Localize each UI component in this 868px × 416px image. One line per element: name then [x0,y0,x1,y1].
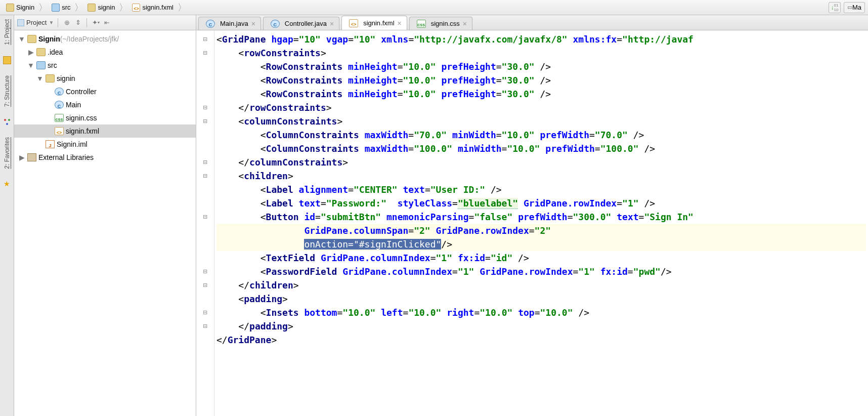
tree-label: Main [66,101,81,109]
tree-row[interactable]: csssignin.css [14,111,196,124]
tree-row[interactable]: <>signin.fxml [14,124,196,138]
chevron-down-icon: ▼ [49,20,54,25]
code-line: <TextField GridPane.columnIndex="1" fx:i… [216,251,866,265]
structure-rail-icon [3,118,11,126]
project-tree[interactable]: ▼Signin (~/IdeaProjects/jfk/▶.idea▼src▼s… [14,30,196,416]
tree-label: signin.css [66,114,97,122]
maximize-button[interactable]: ▭ Ma [844,2,865,13]
editor-gutter[interactable]: ⊟⊟⊟⊟⊟⊟⊟⊟⊟⊟⊟ [196,30,214,416]
tree-row[interactable]: CController [14,85,196,98]
tab-label: signin.fxml [363,19,394,27]
editor-tab[interactable]: csssignin.css× [409,17,472,30]
gutter-fold-icon [196,73,214,87]
close-icon[interactable]: × [463,20,467,28]
chevron-right-icon: 〉 [73,2,84,14]
java-icon: C [55,101,64,109]
tree-row[interactable]: ▼Signin (~/IdeaProjects/jfk/ [14,32,196,46]
gear-icon[interactable]: ✦▾ [91,18,100,27]
gutter-fold-icon[interactable]: ⊟ [196,278,214,292]
selected-text: onAction="#signInClicked" [304,239,441,249]
rail-tab-structure[interactable]: 7: Structure [4,73,11,109]
code-line: onAction="#signInClicked"/> [216,237,866,251]
tree-row[interactable]: ▶.idea [14,46,196,59]
project-view-selector[interactable]: Project ▼ [17,19,54,26]
close-icon[interactable]: × [251,20,255,28]
editor-pane: CMain.java×CController.java×<>signin.fxm… [196,15,868,416]
gutter-fold-icon[interactable]: ⊟ [196,306,214,319]
folder-icon [6,4,14,12]
hide-icon[interactable]: ⇤ [102,18,111,27]
gutter-fold-icon[interactable]: ⊟ [196,114,214,128]
tree-row[interactable]: ▶External Libraries [14,151,196,164]
folder-icon [88,4,96,12]
fxml-icon: <> [55,127,64,135]
code-line: </padding> [216,319,866,333]
collapse-icon[interactable]: ⇕ [73,18,82,27]
svg-point-1 [8,119,10,121]
code-editor[interactable]: ⊟⊟⊟⊟⊟⊟⊟⊟⊟⊟⊟ <GridPane hgap="10" vgap="10… [196,30,868,416]
gutter-fold-icon[interactable]: ⊟ [196,319,214,333]
gutter-fold-icon[interactable]: ⊟ [196,101,214,114]
tree-row[interactable]: JSignin.iml [14,138,196,151]
code-line: <GridPane hgap="10" vgap="10" xmlns="htt… [216,32,866,46]
fxml-icon: <> [349,19,358,27]
editor-tab[interactable]: <>signin.fxml× [341,16,407,30]
gutter-fold-icon[interactable]: ⊟ [196,169,214,183]
tree-label: External Libraries [38,153,94,161]
java-icon: C [271,20,280,28]
code-line: </rowConstraints> [216,101,866,114]
breadcrumb-item[interactable]: <>signin.fxml [129,4,176,12]
breadcrumb-item[interactable]: src [49,4,73,12]
tree-row[interactable]: CMain [14,98,196,111]
code-line: <ColumnConstraints maxWidth="70.0" minWi… [216,128,866,142]
tree-path-suffix: (~/IdeaProjects/jfk/ [60,35,119,43]
css-icon: css [55,114,64,122]
gutter-fold-icon[interactable]: ⊟ [196,46,214,60]
library-icon [27,153,36,161]
rail-tab-project[interactable]: 1: Project [4,17,11,47]
target-icon[interactable]: ⊕ [62,18,71,27]
disclosure-triangle-icon[interactable]: ▶ [27,48,34,56]
tree-row[interactable]: ▼src [14,59,196,72]
folder-icon [46,74,55,82]
gutter-fold-icon [196,196,214,210]
tree-row[interactable]: ▼signin [14,72,196,85]
gutter-fold-icon[interactable]: ⊟ [196,155,214,169]
disclosure-triangle-icon[interactable]: ▶ [18,153,25,161]
gutter-fold-icon [196,251,214,265]
code-line: <Button id="submitBtn" mnemonicParsing="… [216,210,866,224]
java-icon: C [206,20,215,28]
breadcrumb-item[interactable]: signin [84,4,118,12]
tool-window-bar: 1: Project 7: Structure 2: Favorites ★ [0,15,14,416]
gutter-fold-icon[interactable]: ⊟ [196,210,214,224]
css-icon: css [417,20,426,28]
disclosure-triangle-icon[interactable]: ▼ [18,35,25,43]
code-line: <Insets bottom="10.0" left="10.0" right=… [216,306,866,319]
svg-point-2 [6,123,8,125]
make-button[interactable]: ↓0110 [829,2,841,13]
editor-tab[interactable]: CController.java× [263,17,339,30]
code-line: <RowConstraints minHeight="10.0" prefHei… [216,60,866,73]
gutter-fold-icon [196,292,214,306]
code-line: <padding> [216,292,866,306]
project-icon [17,19,24,26]
disclosure-triangle-icon[interactable]: ▼ [36,74,44,82]
code-content[interactable]: <GridPane hgap="10" vgap="10" xmlns="htt… [214,30,868,416]
chevron-right-icon: 〉 [118,2,129,14]
rail-tab-favorites[interactable]: 2: Favorites [4,135,11,171]
close-icon[interactable]: × [398,19,402,27]
tree-label: Signin.iml [57,140,88,148]
editor-tab-bar: CMain.java×CController.java×<>signin.fxm… [196,15,868,30]
close-icon[interactable]: × [330,20,334,28]
gutter-fold-icon [196,60,214,73]
disclosure-triangle-icon[interactable]: ▼ [27,61,34,69]
tree-label: Signin [38,35,60,43]
editor-tab[interactable]: CMain.java× [198,17,261,30]
svg-point-0 [4,119,6,121]
gutter-fold-icon[interactable]: ⊟ [196,265,214,278]
code-line: <columnConstraints> [216,114,866,128]
breadcrumb-item[interactable]: Signin [3,4,37,12]
code-line: <Label alignment="CENTER" text="User ID:… [216,183,866,196]
iml-icon: J [46,140,55,148]
gutter-fold-icon[interactable]: ⊟ [196,32,214,46]
